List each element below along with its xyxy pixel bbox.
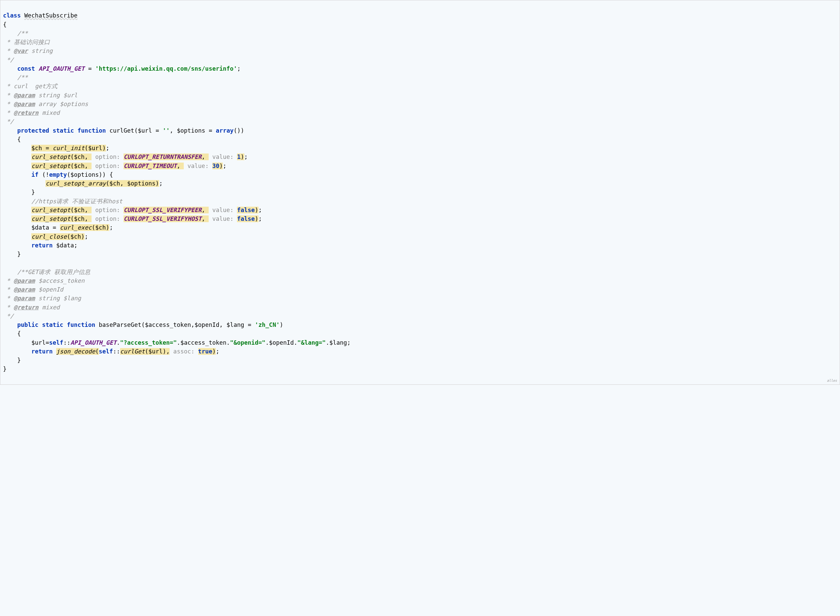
string-literal: 'https://api.weixin.qq.com/sns/userinfo'	[95, 65, 237, 72]
docblock-line: *	[3, 47, 14, 54]
variable: $data	[56, 242, 74, 249]
doc-param: $access_token	[35, 277, 85, 284]
keyword-class: class	[3, 12, 21, 19]
highlighted-code: curl_setopt($ch,	[31, 163, 92, 169]
param: $access_token	[145, 321, 191, 328]
keyword-static: static	[53, 127, 74, 134]
highlighted-code: curl_close($ch)	[31, 233, 85, 240]
inline-hint: assoc:	[173, 348, 198, 355]
docblock-line: *	[3, 92, 14, 99]
variable: $url	[31, 339, 45, 346]
code-editor[interactable]: class WechatSubscribe { /** * 基础访问接口 * @…	[0, 0, 840, 385]
docblock-line: *	[3, 101, 14, 107]
keyword-return: return	[31, 242, 53, 249]
string-literal: "&lang="	[298, 339, 326, 346]
keyword-self: self	[49, 339, 63, 346]
keyword-array: array	[216, 127, 233, 134]
doc-tag-return: @return	[14, 109, 39, 116]
doc-tag-var: @var	[14, 47, 28, 54]
docblock-line: *	[3, 304, 14, 311]
keyword-static: static	[42, 321, 63, 328]
doc-tag-param: @param	[14, 277, 35, 284]
highlighted-code: $ch = curl_init($url)	[31, 145, 106, 151]
param: $lang	[226, 321, 244, 328]
docblock-open: /**	[17, 30, 28, 37]
inline-hint: value:	[213, 216, 237, 222]
docblock-line: /**GET请求 获取用户信息	[17, 268, 91, 275]
docblock-line: *	[3, 286, 14, 293]
doc-tag-param: @param	[14, 101, 35, 107]
string-literal: "?access_token="	[120, 339, 177, 346]
param: $openId	[195, 321, 220, 328]
string-literal: "&openid="	[230, 339, 265, 346]
doc-tag-param: @param	[14, 92, 35, 99]
doc-tag-param: @param	[14, 286, 35, 293]
docblock-open: /**	[17, 74, 28, 81]
highlighted-code: curl_setopt($ch,	[31, 207, 92, 213]
doc-param: array $options	[35, 101, 88, 107]
class-name: WechatSubscribe	[24, 12, 78, 19]
doc-type: string	[28, 47, 53, 54]
brace-open: {	[3, 21, 7, 28]
docblock-close: */	[3, 57, 14, 63]
inline-hint: option:	[95, 207, 123, 213]
docblock-line: *	[3, 109, 14, 116]
doc-tag-param: @param	[14, 295, 35, 302]
inline-hint: value:	[213, 207, 237, 213]
keyword-public: public	[17, 321, 38, 328]
inline-hint: option:	[95, 163, 123, 169]
keyword-self: self	[99, 348, 113, 355]
watermark: alles	[827, 378, 837, 383]
variable: $data	[31, 224, 49, 231]
doc-param: $openId	[35, 286, 63, 293]
keyword-function: function	[78, 127, 106, 134]
param: $url	[138, 127, 152, 134]
keyword-function: function	[67, 321, 95, 328]
highlighted-code: curl_setopt($ch,	[31, 154, 92, 160]
string-literal: 'zh_CN'	[255, 321, 280, 328]
inline-hint: value:	[188, 163, 213, 169]
inline-hint: option:	[95, 216, 123, 222]
line-comment: //https请求 不验证证书和host	[31, 198, 122, 205]
doc-param: string $url	[35, 92, 78, 99]
docblock-line: *	[3, 277, 14, 284]
doc-param: string $lang	[35, 295, 81, 302]
param: $options	[177, 127, 205, 134]
const-name: API_OAUTH_GET	[38, 65, 85, 72]
docblock-close: */	[3, 313, 14, 320]
keyword-protected: protected	[17, 127, 49, 134]
doc-return: mixed	[38, 109, 60, 116]
keyword-if: if	[31, 171, 38, 178]
highlighted-code: json_decode(	[56, 348, 98, 355]
highlighted-code: curl_setopt($ch,	[31, 216, 92, 222]
keyword-const: const	[17, 65, 35, 72]
const-ref: API_OAUTH_GET	[70, 339, 116, 346]
string-literal: ''	[163, 127, 170, 134]
docblock-line: *	[3, 295, 14, 302]
inline-hint: value:	[213, 154, 237, 160]
keyword-return: return	[31, 348, 53, 355]
doc-return: mixed	[38, 304, 60, 311]
docblock-line: * 基础访问接口	[3, 39, 50, 45]
function-name: curlGet	[109, 127, 134, 134]
docblock-line: * curl get方式	[3, 83, 57, 89]
inline-hint: option:	[95, 154, 123, 160]
doc-tag-return: @return	[14, 304, 39, 311]
highlighted-code: curl_exec($ch)	[60, 224, 110, 231]
keyword-empty: empty	[49, 171, 67, 178]
function-name: baseParseGet	[99, 321, 141, 328]
brace-close: }	[3, 365, 7, 372]
docblock-close: */	[3, 118, 14, 125]
highlighted-code: curl_setopt_array($ch, $options)	[45, 180, 159, 187]
